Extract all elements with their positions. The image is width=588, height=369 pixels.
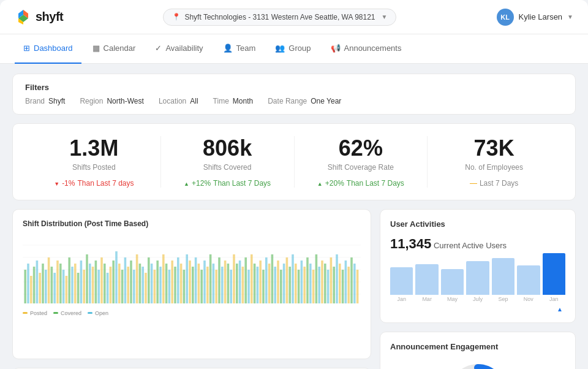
stat-shifts-covered: 806k Shifts Covered +12% Than Last 7 Day…: [161, 136, 295, 188]
bar-mar: Mar: [415, 264, 438, 302]
filter-time: Time Month: [213, 97, 254, 105]
stat-coverage-rate: 62% Shift Coverage Rate +20% Than Last 7…: [295, 136, 428, 188]
svg-rect-67: [195, 257, 197, 303]
svg-rect-14: [39, 273, 41, 303]
header: shyft 📍 Shyft Technologies - 3131 Wester…: [0, 0, 588, 34]
bar-axis-arrow: ▲: [390, 306, 565, 313]
svg-rect-43: [124, 257, 127, 303]
svg-rect-90: [262, 270, 265, 303]
stat-value-shifts-covered: 806k: [171, 136, 284, 161]
svg-rect-75: [218, 257, 221, 303]
svg-rect-98: [286, 257, 288, 303]
nav-item-calendar[interactable]: ▦ Calendar: [84, 34, 145, 64]
user-menu[interactable]: KL Kylie Larsen ▼: [497, 9, 573, 26]
nav-item-announcements[interactable]: 📢 Announcements: [322, 34, 410, 64]
bar-value-jan: [390, 267, 413, 295]
right-panel: User Activities 11,345 Current Active Us…: [380, 209, 576, 369]
nav-item-team[interactable]: 👤 Team: [214, 34, 265, 64]
svg-rect-80: [233, 254, 235, 303]
svg-rect-106: [309, 264, 312, 303]
svg-rect-33: [95, 261, 97, 303]
svg-rect-107: [312, 270, 315, 303]
stat-label-coverage-rate: Shift Coverage Rate: [304, 163, 418, 172]
logo: shyft: [15, 9, 63, 26]
svg-rect-31: [89, 264, 91, 303]
svg-rect-84: [244, 257, 247, 303]
svg-rect-94: [274, 267, 276, 303]
bar-sep: Sep: [492, 258, 514, 302]
svg-rect-116: [339, 264, 341, 303]
svg-rect-34: [97, 270, 100, 303]
svg-rect-109: [318, 267, 320, 303]
charts-column: Shift Distribution (Post Time Based): [12, 209, 371, 369]
donut-chart-container: 56%: [390, 359, 565, 369]
svg-rect-22: [62, 270, 65, 303]
svg-rect-38: [110, 267, 112, 303]
bar-jan2: Jan: [543, 253, 565, 302]
filter-daterange: Date Range One Year: [268, 97, 341, 105]
svg-rect-118: [345, 261, 347, 303]
nav-item-availability[interactable]: ✓ Availability: [146, 34, 211, 64]
bottom-row: Shift Distribution (Post Time Based): [12, 209, 576, 369]
svg-rect-28: [80, 261, 83, 303]
bar-value-july: [466, 261, 489, 295]
team-icon: 👤: [223, 44, 233, 53]
svg-rect-105: [306, 257, 309, 303]
bar-value-nov: [517, 265, 540, 295]
stat-value-coverage-rate: 62%: [304, 136, 418, 161]
stat-shifts-posted: 1.3M Shifts Posted -1% Than Last 7 days: [28, 136, 161, 188]
main-content: Filters Brand Shyft Region North-West Lo…: [0, 64, 588, 369]
legend-dot-open: [88, 312, 92, 314]
stat-label-employees: No. of Employees: [437, 163, 551, 172]
user-activities-title: User Activities: [390, 219, 565, 229]
svg-rect-100: [292, 254, 294, 303]
bar-value-jan2: [543, 253, 565, 295]
logo-text: shyft: [36, 10, 63, 24]
svg-rect-91: [265, 257, 268, 303]
svg-rect-113: [330, 257, 333, 303]
svg-rect-30: [86, 254, 88, 303]
svg-rect-54: [156, 261, 159, 303]
svg-rect-25: [71, 267, 74, 303]
bar-value-may: [441, 269, 464, 295]
svg-rect-121: [353, 264, 356, 303]
filters-row: Brand Shyft Region North-West Location A…: [25, 97, 563, 105]
svg-rect-66: [192, 267, 194, 303]
svg-rect-12: [33, 267, 36, 303]
bar-value-sep: [492, 258, 514, 295]
svg-rect-70: [203, 261, 206, 303]
svg-rect-46: [133, 270, 135, 303]
svg-rect-99: [288, 267, 291, 303]
svg-rect-55: [159, 267, 162, 303]
svg-rect-68: [198, 264, 200, 303]
svg-rect-19: [53, 273, 56, 303]
svg-rect-76: [221, 267, 224, 303]
svg-rect-23: [66, 276, 68, 303]
svg-rect-42: [121, 270, 124, 303]
bar-nov: Nov: [517, 265, 540, 302]
svg-rect-29: [83, 270, 85, 303]
location-bar[interactable]: 📍 Shyft Technologies - 3131 Western Ave …: [163, 9, 396, 26]
svg-rect-44: [127, 267, 129, 303]
announcement-engagement-title: Announcement Engagement: [390, 342, 565, 351]
svg-rect-13: [36, 261, 39, 303]
chevron-down-icon: ▼: [382, 13, 388, 20]
svg-rect-72: [209, 254, 212, 303]
svg-rect-112: [327, 270, 330, 303]
stat-value-employees: 73K: [437, 136, 551, 161]
svg-rect-27: [77, 273, 80, 303]
svg-rect-85: [247, 270, 250, 303]
nav-item-dashboard[interactable]: ⊞ Dashboard: [15, 34, 81, 64]
user-chevron-icon: ▼: [567, 13, 573, 20]
svg-rect-95: [277, 261, 279, 303]
svg-rect-58: [168, 270, 171, 303]
availability-icon: ✓: [155, 44, 162, 53]
nav-item-group[interactable]: 👥 Group: [266, 34, 319, 64]
svg-rect-81: [236, 264, 238, 303]
svg-rect-88: [257, 267, 259, 303]
user-activities-bar-chart: Jan Mar May July: [390, 259, 565, 302]
stat-employees: 73K No. of Employees Last 7 Days: [428, 136, 560, 188]
svg-rect-60: [174, 267, 176, 303]
svg-rect-21: [59, 264, 62, 303]
svg-rect-32: [92, 267, 94, 303]
